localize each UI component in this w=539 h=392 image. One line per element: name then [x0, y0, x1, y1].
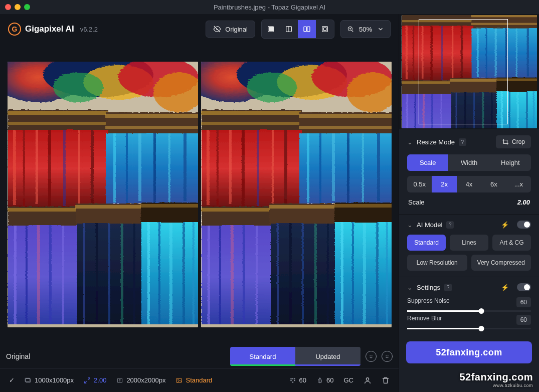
svg-point-68 [372, 356, 372, 356]
settings-auto-toggle[interactable] [517, 283, 531, 291]
bolt-icon: ⚡ [501, 221, 509, 229]
settings-title: Settings [417, 284, 440, 291]
chevron-down-icon: ⌄ [407, 221, 413, 229]
toolbar: G Gigapixel AI v6.2.2 Original 50% [0, 14, 399, 44]
suppress-noise-slider[interactable]: Suppress Noise60 [407, 297, 531, 312]
help-icon[interactable]: ? [459, 138, 466, 146]
svg-rect-79 [292, 378, 293, 379]
app-logo: G Gigapixel AI v6.2.2 [8, 23, 98, 36]
compare-standard-button[interactable]: Standard [230, 347, 295, 366]
svg-rect-78 [290, 378, 291, 379]
model-artcg[interactable]: Art & CG [492, 235, 531, 251]
view-split-button[interactable] [280, 20, 298, 38]
sidebyside-view-icon [303, 25, 311, 33]
preview-area[interactable] [0, 44, 399, 345]
logo-icon: G [8, 23, 21, 36]
svg-rect-61 [322, 27, 328, 32]
chevron-down-icon: ⌄ [407, 284, 413, 291]
status-out-dimensions: 2000x2000px [116, 376, 165, 384]
trash-icon[interactable] [382, 376, 390, 384]
model-lowres[interactable]: Low Resolution [407, 255, 467, 271]
status-gc: GC [344, 376, 354, 384]
navigator-thumbnail[interactable] [399, 14, 539, 129]
app-version: v6.2.2 [80, 26, 98, 33]
primary-action-button[interactable]: 52fanxing.com [406, 341, 532, 363]
aimodel-header[interactable]: ⌄ AI Model ? ⚡ [407, 221, 531, 229]
model-standard[interactable]: Standard [407, 235, 446, 251]
view-sidebyside-button[interactable] [298, 20, 316, 38]
close-window-icon[interactable] [5, 4, 11, 10]
person-icon[interactable] [364, 376, 372, 384]
scale-0-5x[interactable]: 0.5x [407, 176, 432, 192]
preview-processed [201, 62, 392, 327]
svg-line-64 [351, 30, 353, 32]
navigator-viewport-frame[interactable] [419, 19, 508, 124]
aimodel-section: ⌄ AI Model ? ⚡ Standard Lines Art & CG L… [399, 215, 539, 277]
svg-point-70 [388, 356, 388, 356]
scale-custom[interactable]: ...x [506, 176, 531, 192]
zoom-value: 50% [359, 26, 372, 33]
resize-mode-height[interactable]: Height [490, 154, 531, 171]
single-view-icon [267, 25, 275, 33]
svg-rect-62 [323, 28, 326, 30]
view-overlay-button[interactable] [316, 20, 334, 38]
frown-icon [384, 353, 391, 360]
chevron-down-icon: ⌄ [407, 138, 413, 146]
minimize-window-icon[interactable] [15, 4, 21, 10]
resize-title: Resize Mode [417, 138, 455, 146]
resize-header[interactable]: ⌄ Resize Mode ? Crop [407, 135, 531, 148]
window-controls [5, 4, 30, 10]
model-lines[interactable]: Lines [450, 235, 488, 251]
compare-segments: Standard Updated [230, 347, 361, 366]
svg-line-73 [88, 377, 90, 379]
aimodel-row1: Standard Lines Art & CG [407, 235, 531, 251]
settings-header[interactable]: ⌄ Settings ? ⚡ [407, 283, 531, 291]
suppress-noise-label: Suppress Noise [407, 297, 450, 307]
scale-4x[interactable]: 4x [457, 176, 481, 192]
status-scale: 2.00 [84, 376, 106, 384]
svg-point-85 [366, 377, 369, 380]
aimodel-row2: Low Resolution Very Compressed [407, 255, 531, 271]
magnify-icon [347, 26, 354, 33]
model-compressed[interactable]: Very Compressed [471, 255, 531, 271]
svg-rect-56 [269, 28, 273, 31]
help-icon[interactable]: ? [444, 284, 452, 291]
crop-icon [502, 138, 509, 145]
image-icon [175, 377, 183, 384]
rate-sad-button[interactable] [382, 351, 393, 362]
chevron-down-icon [377, 26, 384, 33]
svg-rect-82 [294, 379, 295, 380]
overlay-view-icon [321, 25, 329, 33]
svg-rect-59 [304, 27, 306, 31]
status-blur: 60 [316, 376, 333, 384]
crop-button[interactable]: Crop [496, 135, 531, 148]
svg-rect-80 [294, 378, 295, 379]
scale-label: Scale [408, 199, 425, 206]
help-icon[interactable]: ? [446, 221, 454, 229]
original-toggle-label: Original [225, 26, 248, 33]
resize-mode-width[interactable]: Width [448, 154, 489, 171]
compare-updated-button[interactable]: Updated [295, 347, 361, 366]
compare-original-label: Original [6, 352, 30, 360]
export-icon [116, 377, 123, 384]
resize-mode-scale[interactable]: Scale [407, 154, 448, 171]
smile-icon [368, 353, 375, 360]
blur-icon [316, 377, 323, 384]
scale-6x[interactable]: 6x [481, 176, 506, 192]
view-single-button[interactable] [262, 20, 280, 38]
remove-blur-slider[interactable]: Remove Blur60 [407, 315, 531, 329]
aimodel-title: AI Model [417, 221, 442, 229]
scale-2x[interactable]: 2x [432, 176, 456, 192]
svg-line-74 [85, 381, 87, 383]
maximize-window-icon[interactable] [24, 4, 30, 10]
original-toggle-button[interactable]: Original [206, 21, 255, 38]
svg-rect-81 [290, 379, 291, 380]
remove-blur-label: Remove Blur [407, 315, 442, 325]
split-view-icon [285, 25, 293, 33]
zoom-control[interactable]: 50% [340, 20, 391, 38]
compare-bar: Original Standard Updated [0, 345, 399, 368]
scale-factor-segment: 0.5x 2x 4x 6x ...x [407, 176, 531, 192]
rate-happy-button[interactable] [366, 351, 377, 362]
aimodel-auto-toggle[interactable] [517, 221, 531, 229]
status-src-dimensions: 1000x1000px [25, 376, 74, 384]
